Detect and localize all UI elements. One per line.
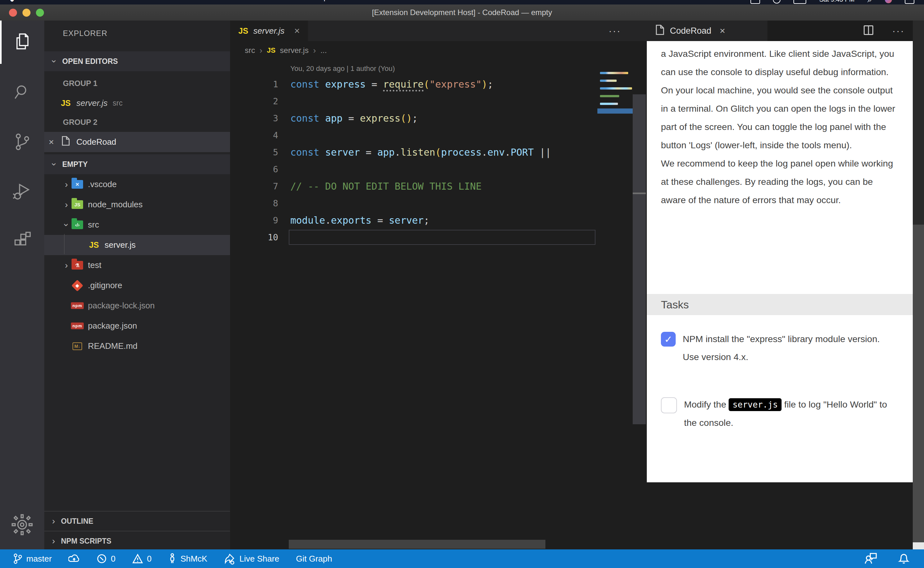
chevron-down-icon: › [49, 58, 59, 65]
code-line-6[interactable]: 6 [230, 161, 597, 178]
code-line-2[interactable]: 2 [230, 93, 597, 110]
panel-more-actions-button[interactable]: ··· [892, 25, 905, 36]
code-line-7[interactable]: 7// -- DO NOT EDIT BELOW THIS LINE [230, 178, 597, 195]
feedback-icon[interactable] [864, 552, 877, 565]
code-line-10[interactable]: 10 [230, 229, 597, 246]
tab-coderoad[interactable]: CodeRoad × [647, 21, 767, 41]
tree-indent-guide [64, 234, 65, 254]
menu-selection[interactable]: Selection [112, 0, 140, 3]
close-tab-icon[interactable]: × [294, 25, 300, 36]
control-center-icon[interactable] [905, 0, 914, 4]
vscode-window: ⬮CodeFileEditSelectionViewGoRunTerminalW… [0, 0, 924, 568]
settings-button[interactable] [0, 505, 44, 546]
workspace-section-header[interactable]: › EMPTY [44, 154, 230, 174]
tree-item-label: test [88, 260, 101, 270]
display-icon[interactable] [751, 0, 760, 4]
close-editor-icon[interactable]: × [44, 137, 59, 147]
tree-item-label: node_modules [88, 199, 143, 210]
editor-actions-button[interactable]: ··· [609, 21, 621, 41]
tree-item--gitignore[interactable]: ◆.gitignore [44, 275, 230, 296]
sidebar-item-explorer[interactable] [0, 22, 44, 64]
sidebar-item-run-debug[interactable] [0, 171, 44, 213]
tab-label: CodeRoad [670, 26, 711, 36]
menu-terminal[interactable]: Terminal [235, 0, 260, 3]
close-tab-icon[interactable]: × [720, 25, 725, 36]
split-editor-icon[interactable] [863, 24, 874, 37]
status-shmck[interactable]: ShMcK [168, 553, 207, 565]
menu-clock[interactable]: Sat 9:45 PM [819, 0, 855, 3]
tree-item-package-json[interactable]: npmpackage.json [44, 316, 230, 336]
status-master[interactable]: master [13, 553, 52, 564]
tree-item-label: package-lock.json [88, 301, 155, 311]
menu-file[interactable]: File [60, 0, 71, 3]
line-number: 5 [230, 147, 278, 157]
status-git-graph[interactable]: Git Graph [296, 554, 332, 564]
sidebar-item-extensions[interactable] [0, 221, 44, 263]
code-line-8[interactable]: 8 [230, 195, 597, 212]
sidebar-item-source-control[interactable] [0, 122, 44, 163]
minimap[interactable] [597, 71, 633, 148]
tree-item--vscode[interactable]: ›✕.vscode [44, 174, 230, 195]
code-line-3[interactable]: 3const app = express(); [230, 110, 597, 127]
status-0[interactable]: 0 [132, 554, 151, 564]
coderoad-panel: CodeRoad × ··· be able to check what's g… [647, 21, 924, 549]
breadcrumb-symbol[interactable]: ... [321, 46, 327, 55]
tree-item-src[interactable]: ›‹/›src [44, 215, 230, 235]
spotlight-icon[interactable]: ⌕ [867, 0, 872, 5]
code-text: const express = require("express"); [278, 79, 493, 90]
menu-code[interactable]: Code [29, 0, 45, 3]
menu-edit[interactable]: Edit [86, 0, 97, 3]
code-line-1[interactable]: 1const express = require("express"); [230, 76, 597, 93]
task-checkbox[interactable]: ✓ [661, 332, 676, 347]
task-checkbox[interactable] [661, 397, 677, 413]
open-editors-header[interactable]: › OPEN EDITORS [44, 51, 230, 71]
sidebar-item-search[interactable] [0, 72, 44, 113]
file-icon [59, 136, 73, 148]
code-text: // -- DO NOT EDIT BELOW THIS LINE [278, 181, 482, 192]
code-line-9[interactable]: 9module.exports = server; [230, 212, 597, 229]
open-editor-item-coderoad[interactable]: ×CodeRoad [44, 132, 230, 152]
menu-view[interactable]: View [155, 0, 169, 3]
tab-server-js[interactable]: JS server.js × [230, 21, 308, 41]
codelens-annotation[interactable]: You, 20 days ago | 1 author (You) [290, 62, 395, 76]
code-area[interactable]: 1const express = require("express");23co… [230, 76, 597, 246]
tree-item-package-lock-json[interactable]: npmpackage-lock.json [44, 296, 230, 316]
tree-item-test[interactable]: ›⚗test [44, 255, 230, 275]
breadcrumb-src[interactable]: src [245, 46, 255, 55]
apple-logo-icon[interactable]: ⬮ [10, 0, 14, 3]
siri-icon[interactable] [885, 0, 892, 3]
line-number: 9 [230, 215, 278, 225]
code-line-4[interactable]: 4 [230, 127, 597, 144]
menu-run[interactable]: Run [208, 0, 220, 3]
outline-section[interactable]: › OUTLINE [44, 511, 230, 531]
tree-item-server-js[interactable]: JSserver.js [44, 235, 230, 255]
breadcrumb-file[interactable]: server.js [280, 46, 309, 55]
menu-window[interactable]: Window [275, 0, 299, 3]
tab-label: server.js [253, 26, 285, 36]
status-sync[interactable] [68, 554, 80, 564]
menu-help[interactable]: Help [314, 0, 327, 3]
js-file-icon: JS [59, 98, 73, 108]
status-live-share[interactable]: Live Share [224, 553, 279, 565]
notifications-bell-icon[interactable] [898, 551, 910, 566]
lesson-text: be able to check what's going on in your… [647, 41, 913, 209]
code-line-5[interactable]: 5const server = app.listen(process.env.P… [230, 144, 597, 161]
menu-go[interactable]: Go [184, 0, 193, 3]
status-0[interactable]: 0 [96, 554, 115, 564]
line-number: 4 [230, 130, 278, 140]
tree-item-readme-md[interactable]: M↓README.md [44, 336, 230, 356]
menu-status-icons: Sat 9:45 PM ⌕ [751, 0, 914, 5]
shield-icon[interactable] [773, 0, 781, 3]
tree-item-node_modules[interactable]: ›JSnode_modules [44, 195, 230, 215]
code-text: module.exports = server; [278, 215, 430, 226]
battery-icon[interactable] [793, 0, 806, 4]
open-editors-group-label: GROUP 2 [63, 113, 98, 131]
folder-node-icon: JS [70, 200, 85, 209]
open-editor-item-server-js[interactable]: JSserver.jssrc [44, 93, 230, 113]
macos-menu-bar: ⬮CodeFileEditSelectionViewGoRunTerminalW… [0, 0, 924, 5]
horizontal-scrollbar[interactable] [289, 540, 546, 549]
editor-scrollbar[interactable] [633, 94, 646, 424]
task-text: Modify the server.js file to log "Hello … [684, 395, 898, 432]
panel-scrollbar[interactable] [913, 21, 924, 549]
npm-scripts-section[interactable]: › NPM SCRIPTS [44, 531, 230, 549]
